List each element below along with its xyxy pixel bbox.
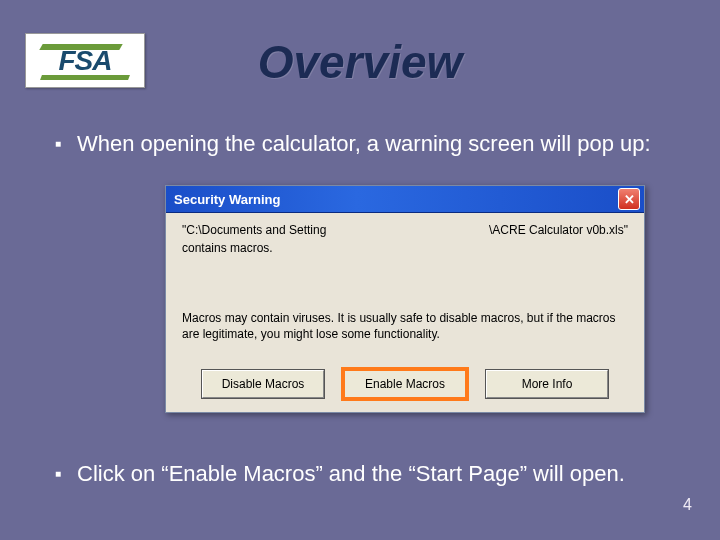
close-icon: ✕ (624, 193, 635, 206)
security-warning-dialog: Security Warning ✕ "C:\Documents and Set… (165, 185, 645, 413)
button-label: More Info (522, 377, 573, 391)
file-path-right: \ACRE Calculator v0b.xls" (489, 223, 628, 239)
file-path-left: "C:\Documents and Setting (182, 223, 326, 239)
bullet-item: ■ Click on “Enable Macros” and the “Star… (55, 460, 680, 488)
bullet-icon: ■ (55, 138, 77, 149)
dialog-button-row: Disable Macros Enable Macros More Info (166, 364, 644, 412)
file-path-row: "C:\Documents and Setting \ACRE Calculat… (182, 223, 628, 239)
bullet-item: ■ When opening the calculator, a warning… (55, 130, 680, 158)
button-label: Enable Macros (365, 377, 445, 391)
bullet-text: When opening the calculator, a warning s… (77, 130, 680, 158)
dialog-title: Security Warning (174, 192, 280, 207)
page-title: Overview (0, 35, 720, 89)
slide: FSA Overview ■ When opening the calculat… (0, 0, 720, 540)
page-number: 4 (683, 496, 692, 514)
macro-warning-note: Macros may contain viruses. It is usuall… (182, 311, 628, 342)
bullet-text: Click on “Enable Macros” and the “Start … (77, 460, 680, 488)
contains-macros-text: contains macros. (182, 241, 628, 257)
bullet-icon: ■ (55, 468, 77, 479)
dialog-body: "C:\Documents and Setting \ACRE Calculat… (166, 213, 644, 364)
bullet-list-2: ■ Click on “Enable Macros” and the “Star… (55, 460, 680, 498)
bullet-list: ■ When opening the calculator, a warning… (55, 130, 680, 168)
button-label: Disable Macros (222, 377, 305, 391)
close-button[interactable]: ✕ (618, 188, 640, 210)
dialog-titlebar: Security Warning ✕ (166, 186, 644, 213)
more-info-button[interactable]: More Info (486, 370, 608, 398)
enable-macros-button[interactable]: Enable Macros (344, 370, 466, 398)
disable-macros-button[interactable]: Disable Macros (202, 370, 324, 398)
dialog-frame: Security Warning ✕ "C:\Documents and Set… (165, 185, 645, 413)
